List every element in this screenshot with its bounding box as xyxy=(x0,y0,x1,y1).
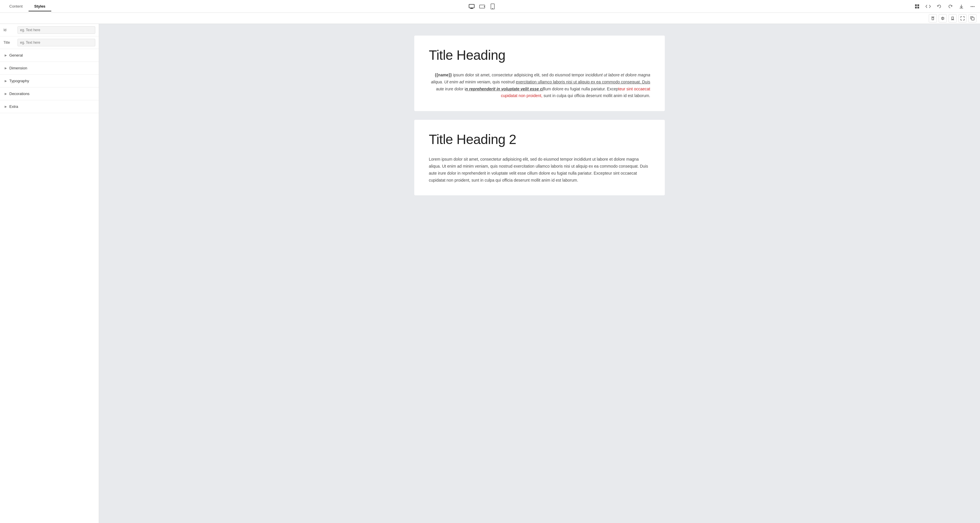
device-switcher xyxy=(468,2,497,11)
content-card-2: Title Heading 2 Lorem ipsum dolor sit am… xyxy=(414,120,665,195)
chevron-right-icon: ▶ xyxy=(5,67,7,70)
desktop-device-btn[interactable] xyxy=(468,2,476,11)
tab-styles[interactable]: Styles xyxy=(29,2,51,11)
accordion-extra-label: Extra xyxy=(10,104,18,109)
svg-rect-14 xyxy=(972,6,973,7)
accordion-dimension-label: Dimension xyxy=(10,66,27,70)
svg-rect-21 xyxy=(952,17,953,19)
chevron-right-icon: ▶ xyxy=(5,79,7,83)
card1-text-bold: {{name}} xyxy=(435,73,452,77)
alignment-toolbar xyxy=(0,13,980,24)
align-center-btn[interactable] xyxy=(939,14,947,22)
svg-rect-10 xyxy=(917,7,919,8)
accordion-dimension: ▶ Dimension xyxy=(0,62,99,75)
tab-content[interactable]: Content xyxy=(3,2,29,11)
title-input[interactable] xyxy=(18,39,95,46)
grid-icon[interactable] xyxy=(913,2,921,11)
svg-rect-8 xyxy=(917,4,919,6)
svg-rect-0 xyxy=(469,4,474,8)
content-area: Title Heading {{name}} ipsum dolor sit a… xyxy=(99,24,980,523)
accordion-extra-header[interactable]: ▶ Extra xyxy=(0,100,99,113)
svg-rect-9 xyxy=(915,7,917,8)
align-bottom-btn[interactable] xyxy=(948,14,957,22)
svg-rect-7 xyxy=(915,4,917,6)
card2-body: Lorem ipsum dolor sit amet, consectetur … xyxy=(429,156,650,184)
tablet-portrait-device-btn[interactable] xyxy=(488,2,497,11)
card1-text-4: llum dolore eu fugiat nulla pariatur. Ex… xyxy=(543,86,618,91)
left-panel: Id Title ▶ General ▶ Dimension ▶ Typog xyxy=(0,24,99,523)
accordion-extra: ▶ Extra xyxy=(0,100,99,113)
accordion-general: ▶ General xyxy=(0,49,99,62)
svg-rect-22 xyxy=(972,18,974,20)
card1-text-1: ipsum dolor sit amet, consectetur adipis… xyxy=(452,73,586,77)
card1-text-underline: exercitation ullamco laboris nisi ut ali… xyxy=(516,80,650,84)
download-icon[interactable] xyxy=(957,2,966,11)
card1-text-3: aute irure dolor i xyxy=(436,86,466,91)
card1-text-bold-italic-underline: n reprehenderit in voluptate velit esse … xyxy=(466,86,544,91)
toolbar-tabs: Content Styles xyxy=(3,2,51,11)
svg-rect-13 xyxy=(970,6,972,7)
more-icon[interactable] xyxy=(968,2,977,11)
card1-title: Title Heading xyxy=(429,47,650,63)
svg-rect-15 xyxy=(974,6,974,7)
id-label: Id xyxy=(3,28,15,32)
title-field-row: Title xyxy=(0,37,99,49)
undo-icon[interactable] xyxy=(935,2,943,11)
chevron-right-icon: ▶ xyxy=(5,54,7,57)
svg-point-6 xyxy=(492,8,493,9)
accordion-decorations-label: Decorations xyxy=(10,91,29,96)
svg-rect-17 xyxy=(932,18,934,20)
top-toolbar: Content Styles xyxy=(0,0,980,13)
accordion-typography-label: Typography xyxy=(10,79,29,83)
card1-text-5: sunt in culpa qui officia deserunt molli… xyxy=(542,93,650,98)
accordion-decorations: ▶ Decorations xyxy=(0,88,99,100)
title-label: Title xyxy=(3,40,15,45)
chevron-right-icon: ▶ xyxy=(5,92,7,95)
id-field-row: Id xyxy=(0,24,99,37)
card2-title: Title Heading 2 xyxy=(429,131,650,147)
tablet-landscape-device-btn[interactable] xyxy=(478,2,486,11)
copy-btn[interactable] xyxy=(968,14,977,22)
chevron-right-icon: ▶ xyxy=(5,105,7,108)
card1-body: {{name}} ipsum dolor sit amet, consectet… xyxy=(429,72,650,99)
main-layout: Id Title ▶ General ▶ Dimension ▶ Typog xyxy=(0,24,980,523)
accordion-general-label: General xyxy=(10,53,23,57)
content-card-1: Title Heading {{name}} ipsum dolor sit a… xyxy=(414,35,665,111)
redo-icon[interactable] xyxy=(946,2,955,11)
accordion-general-header[interactable]: ▶ General xyxy=(0,49,99,62)
accordion-dimension-header[interactable]: ▶ Dimension xyxy=(0,62,99,74)
accordion-decorations-header[interactable]: ▶ Decorations xyxy=(0,88,99,100)
expand-btn[interactable] xyxy=(958,14,967,22)
accordion-typography: ▶ Typography xyxy=(0,75,99,88)
toolbar-right-actions xyxy=(913,2,977,11)
code-icon[interactable] xyxy=(924,2,932,11)
align-top-btn[interactable] xyxy=(929,14,937,22)
id-input[interactable] xyxy=(18,26,95,34)
accordion-typography-header[interactable]: ▶ Typography xyxy=(0,75,99,87)
card1-text-2: minim veniam, quis nostrud xyxy=(464,80,515,84)
svg-point-4 xyxy=(484,6,485,7)
